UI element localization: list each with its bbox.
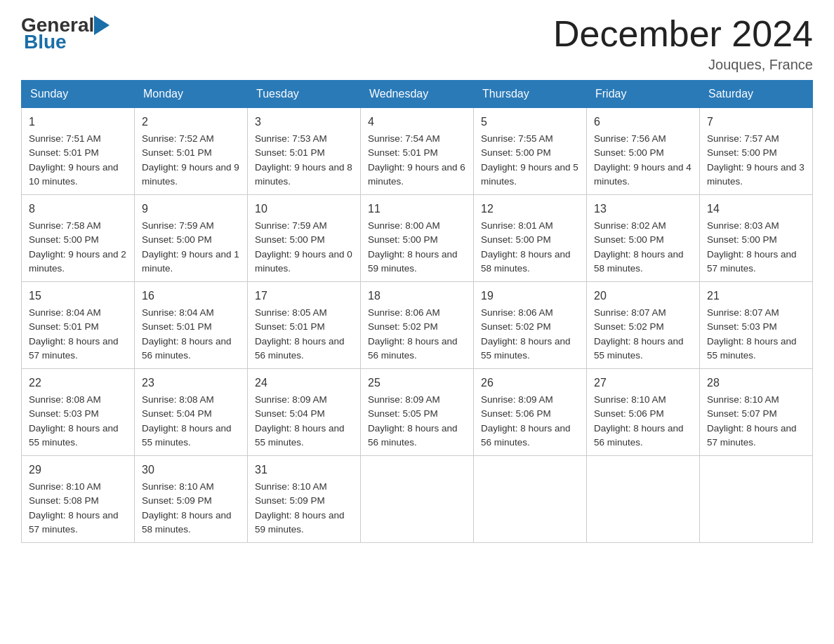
sunrise-label: Sunrise: 8:10 AM — [594, 394, 666, 405]
sunrise-label: Sunrise: 8:10 AM — [707, 394, 779, 405]
sunset-label: Sunset: 5:00 PM — [142, 234, 212, 245]
sunrise-label: Sunrise: 7:57 AM — [707, 133, 779, 144]
daylight-label: Daylight: 8 hours and 56 minutes. — [594, 423, 684, 448]
sunset-label: Sunset: 5:00 PM — [481, 147, 551, 158]
day-number: 21 — [707, 288, 805, 304]
daylight-label: Daylight: 9 hours and 5 minutes. — [481, 162, 578, 187]
calendar-week-row: 29Sunrise: 8:10 AMSunset: 5:08 PMDayligh… — [22, 456, 813, 543]
daylight-label: Daylight: 8 hours and 55 minutes. — [142, 423, 232, 448]
calendar-cell: 9Sunrise: 7:59 AMSunset: 5:00 PMDaylight… — [135, 195, 248, 282]
calendar-week-row: 1Sunrise: 7:51 AMSunset: 5:01 PMDaylight… — [22, 108, 813, 195]
day-number: 7 — [707, 114, 805, 130]
daylight-label: Daylight: 9 hours and 2 minutes. — [29, 249, 126, 274]
sunset-label: Sunset: 5:00 PM — [368, 234, 438, 245]
title-section: December 2024 Jouques, France — [553, 14, 813, 73]
header-sunday: Sunday — [22, 81, 135, 108]
daylight-label: Daylight: 8 hours and 56 minutes. — [368, 336, 458, 361]
sunset-label: Sunset: 5:01 PM — [368, 147, 438, 158]
logo-blue-text: Blue — [24, 31, 67, 53]
sunset-label: Sunset: 5:01 PM — [29, 147, 99, 158]
calendar-cell: 20Sunrise: 8:07 AMSunset: 5:02 PMDayligh… — [587, 282, 700, 369]
sunrise-label: Sunrise: 8:10 AM — [142, 481, 214, 492]
day-number: 14 — [707, 201, 805, 217]
sunset-label: Sunset: 5:01 PM — [255, 147, 325, 158]
sunrise-label: Sunrise: 8:05 AM — [255, 307, 327, 318]
daylight-label: Daylight: 8 hours and 56 minutes. — [368, 423, 458, 448]
day-number: 25 — [368, 375, 466, 391]
calendar-cell: 16Sunrise: 8:04 AMSunset: 5:01 PMDayligh… — [135, 282, 248, 369]
daylight-label: Daylight: 8 hours and 55 minutes. — [29, 423, 119, 448]
sunrise-label: Sunrise: 8:04 AM — [29, 307, 101, 318]
day-number: 2 — [142, 114, 240, 130]
calendar-cell: 29Sunrise: 8:10 AMSunset: 5:08 PMDayligh… — [22, 456, 135, 543]
sunset-label: Sunset: 5:07 PM — [707, 408, 777, 419]
calendar-week-row: 22Sunrise: 8:08 AMSunset: 5:03 PMDayligh… — [22, 369, 813, 456]
calendar-cell: 8Sunrise: 7:58 AMSunset: 5:00 PMDaylight… — [22, 195, 135, 282]
day-number: 4 — [368, 114, 466, 130]
sunset-label: Sunset: 5:01 PM — [29, 321, 99, 332]
daylight-label: Daylight: 9 hours and 1 minute. — [142, 249, 239, 274]
sunrise-label: Sunrise: 8:09 AM — [368, 394, 440, 405]
day-number: 6 — [594, 114, 692, 130]
sunrise-label: Sunrise: 8:08 AM — [142, 394, 214, 405]
day-number: 16 — [142, 288, 240, 304]
sunrise-label: Sunrise: 7:59 AM — [142, 220, 214, 231]
calendar-cell: 31Sunrise: 8:10 AMSunset: 5:09 PMDayligh… — [248, 456, 361, 543]
day-number: 24 — [255, 375, 353, 391]
day-number: 11 — [368, 201, 466, 217]
sunset-label: Sunset: 5:00 PM — [255, 234, 325, 245]
calendar-cell — [474, 456, 587, 543]
sunset-label: Sunset: 5:02 PM — [481, 321, 551, 332]
sunset-label: Sunset: 5:09 PM — [255, 495, 325, 506]
calendar-cell: 1Sunrise: 7:51 AMSunset: 5:01 PMDaylight… — [22, 108, 135, 195]
sunrise-label: Sunrise: 7:55 AM — [481, 133, 553, 144]
day-number: 3 — [255, 114, 353, 130]
header-monday: Monday — [135, 81, 248, 108]
daylight-label: Daylight: 9 hours and 6 minutes. — [368, 162, 465, 187]
daylight-label: Daylight: 9 hours and 10 minutes. — [29, 162, 119, 187]
logo: General Blue — [21, 14, 111, 53]
month-title: December 2024 — [553, 14, 813, 54]
calendar-cell: 6Sunrise: 7:56 AMSunset: 5:00 PMDaylight… — [587, 108, 700, 195]
daylight-label: Daylight: 8 hours and 59 minutes. — [255, 510, 345, 535]
day-number: 13 — [594, 201, 692, 217]
sunrise-label: Sunrise: 7:58 AM — [29, 220, 101, 231]
daylight-label: Daylight: 8 hours and 59 minutes. — [368, 249, 458, 274]
daylight-label: Daylight: 8 hours and 58 minutes. — [481, 249, 571, 274]
sunrise-label: Sunrise: 8:04 AM — [142, 307, 214, 318]
day-number: 5 — [481, 114, 579, 130]
calendar-week-row: 15Sunrise: 8:04 AMSunset: 5:01 PMDayligh… — [22, 282, 813, 369]
calendar-cell: 13Sunrise: 8:02 AMSunset: 5:00 PMDayligh… — [587, 195, 700, 282]
calendar-cell: 18Sunrise: 8:06 AMSunset: 5:02 PMDayligh… — [361, 282, 474, 369]
day-number: 27 — [594, 375, 692, 391]
sunrise-label: Sunrise: 7:54 AM — [368, 133, 440, 144]
calendar-cell: 10Sunrise: 7:59 AMSunset: 5:00 PMDayligh… — [248, 195, 361, 282]
calendar-cell: 7Sunrise: 7:57 AMSunset: 5:00 PMDaylight… — [700, 108, 813, 195]
sunset-label: Sunset: 5:00 PM — [594, 147, 664, 158]
header-wednesday: Wednesday — [361, 81, 474, 108]
sunset-label: Sunset: 5:03 PM — [707, 321, 777, 332]
daylight-label: Daylight: 8 hours and 56 minutes. — [142, 336, 232, 361]
sunset-label: Sunset: 5:00 PM — [707, 147, 777, 158]
daylight-label: Daylight: 8 hours and 58 minutes. — [594, 249, 684, 274]
sunset-label: Sunset: 5:01 PM — [142, 321, 212, 332]
calendar-cell — [700, 456, 813, 543]
sunset-label: Sunset: 5:06 PM — [594, 408, 664, 419]
day-number: 22 — [29, 375, 127, 391]
day-number: 12 — [481, 201, 579, 217]
sunrise-label: Sunrise: 8:09 AM — [255, 394, 327, 405]
calendar-cell: 4Sunrise: 7:54 AMSunset: 5:01 PMDaylight… — [361, 108, 474, 195]
sunset-label: Sunset: 5:03 PM — [29, 408, 99, 419]
sunset-label: Sunset: 5:04 PM — [142, 408, 212, 419]
sunset-label: Sunset: 5:06 PM — [481, 408, 551, 419]
sunset-label: Sunset: 5:09 PM — [142, 495, 212, 506]
sunrise-label: Sunrise: 7:53 AM — [255, 133, 327, 144]
sunset-label: Sunset: 5:00 PM — [29, 234, 99, 245]
header-saturday: Saturday — [700, 81, 813, 108]
calendar-cell: 5Sunrise: 7:55 AMSunset: 5:00 PMDaylight… — [474, 108, 587, 195]
daylight-label: Daylight: 9 hours and 9 minutes. — [142, 162, 239, 187]
daylight-label: Daylight: 8 hours and 57 minutes. — [29, 510, 119, 535]
day-number: 8 — [29, 201, 127, 217]
sunrise-label: Sunrise: 8:10 AM — [255, 481, 327, 492]
calendar-cell: 14Sunrise: 8:03 AMSunset: 5:00 PMDayligh… — [700, 195, 813, 282]
